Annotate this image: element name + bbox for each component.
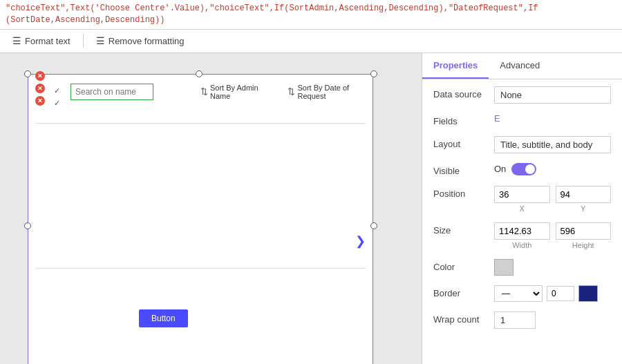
formula-text: "choiceText",Text('Choose Centre'.Value)… [6,3,538,13]
list-divider-2 [35,268,366,269]
layout-label: Layout [433,136,489,149]
handle-tl[interactable] [24,70,31,77]
border-label: Border [433,285,489,298]
toolbar: ☰ Format text ☰ Remove formatting [0,30,622,53]
border-color-swatch[interactable] [578,285,598,302]
formula-bar: "choiceText",Text('Choose Centre'.Value)… [0,0,622,30]
sort-admin-icon: ⇅ [200,86,208,97]
border-row: Border — [433,285,611,302]
fields-link[interactable]: E [494,113,500,124]
size-height-input[interactable] [556,222,612,240]
remove-formatting-icon: ☰ [96,35,105,46]
toolbar-divider [83,34,84,48]
fields-row: Fields E [433,113,611,126]
fields-label: Fields [433,113,489,126]
red-x-3[interactable]: ✕ [35,96,45,106]
layout-input[interactable] [494,136,611,153]
data-source-row: Data source [433,86,611,104]
design-canvas[interactable]: ✕ ✕ ✕ ✓ ✓ ⇅ Sort By Admin Name [28,74,373,364]
size-row: Size Width Height [433,222,611,249]
checkmark-1[interactable]: ✓ [54,86,60,95]
sort-date-label: Sort By Date of Request [297,84,366,100]
canvas-area: ✕ ✕ ✕ ✓ ✓ ⇅ Sort By Admin Name [0,53,422,364]
position-row: Position X Y [433,186,611,213]
red-x-2[interactable]: ✕ [35,84,45,93]
wrap-count-input[interactable] [494,312,536,329]
handle-mr[interactable] [370,222,377,229]
color-row: Color [433,259,611,276]
canvas-button[interactable]: Button [139,309,188,327]
layout-row: Layout [433,136,611,153]
visible-row: Visible On [433,163,611,176]
sort-date-icon: ⇅ [288,86,295,97]
size-width-input[interactable] [494,222,550,240]
main-area: ✕ ✕ ✕ ✓ ✓ ⇅ Sort By Admin Name [0,53,622,364]
format-text-label: Format text [25,36,70,46]
checkmark-2[interactable]: ✓ [54,99,60,108]
wrap-count-row: Wrap count [433,312,611,329]
panel-body: Data source Fields E Layout [422,79,622,336]
wrap-count-label: Wrap count [433,312,489,325]
sort-admin-button[interactable]: ⇅ Sort By Admin Name [200,84,269,100]
format-text-icon: ☰ [12,35,21,46]
position-x-input[interactable] [494,186,550,203]
border-style-select[interactable]: — [494,285,543,302]
tab-advanced[interactable]: Advanced [489,53,551,79]
formula-text-2: (SortDate,Ascending,Descending)) [6,15,164,25]
position-y-label: Y [556,204,612,213]
border-width-input[interactable] [547,286,574,301]
size-height-label: Height [556,241,612,249]
search-input[interactable] [70,84,153,100]
format-text-button[interactable]: ☰ Format text [6,32,77,49]
remove-formatting-button[interactable]: ☰ Remove formatting [89,32,191,49]
visible-toggle[interactable] [511,163,536,175]
handle-ml[interactable] [24,222,31,229]
panel-tabs: Properties Advanced [422,53,622,79]
position-label: Position [433,186,489,199]
visible-value: On [494,164,506,174]
handle-tm[interactable] [196,70,202,77]
position-x-label: X [494,204,550,213]
size-label: Size [433,222,489,236]
sort-admin-label: Sort By Admin Name [210,84,269,100]
red-x-1[interactable]: ✕ [35,71,45,81]
tab-properties[interactable]: Properties [422,53,489,79]
color-swatch[interactable] [494,259,513,276]
canvas-header: ✕ ✕ ✕ ✓ ✓ ⇅ Sort By Admin Name [35,82,366,102]
right-panel: Properties Advanced Data source Fields E [422,53,622,364]
size-width-label: Width [494,241,550,249]
color-label: Color [433,259,489,272]
visible-label: Visible [433,163,489,176]
sort-date-button[interactable]: ⇅ Sort By Date of Request [288,84,366,100]
data-source-label: Data source [433,86,489,99]
remove-formatting-label: Remove formatting [109,36,185,46]
data-source-input[interactable] [494,86,611,104]
toggle-knob [525,164,535,174]
list-divider-1 [35,123,366,124]
position-y-input[interactable] [556,186,612,203]
chevron-right-icon[interactable]: ❯ [355,233,366,249]
handle-tr[interactable] [370,70,377,77]
